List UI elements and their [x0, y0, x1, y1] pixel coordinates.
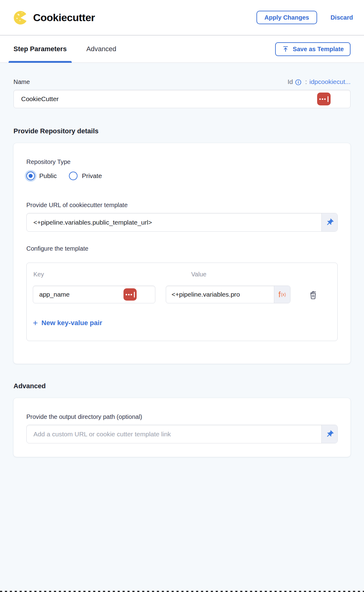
advanced-heading: Advanced — [13, 382, 351, 390]
template-url-label: Provide URL of cookiecutter template — [26, 202, 338, 209]
runtime-input-badge-icon[interactable] — [123, 288, 137, 301]
fx-icon: f — [279, 290, 281, 299]
pin-addon[interactable] — [321, 213, 337, 231]
pin-addon[interactable] — [321, 425, 337, 443]
key-input[interactable] — [33, 286, 155, 303]
tab-bar: Step Parameters Advanced Save as Templat… — [0, 36, 364, 63]
pushpin-icon — [325, 430, 334, 438]
save-as-template-label: Save as Template — [293, 46, 344, 53]
app-header: Cookiecutter Apply Changes Discard — [0, 0, 364, 36]
cookie-logo-icon — [13, 10, 28, 25]
discard-button[interactable]: Discard — [331, 14, 353, 21]
id-value-link[interactable]: idpcookiecut... — [309, 78, 351, 85]
template-url-input[interactable] — [27, 213, 321, 231]
runtime-input-badge-icon[interactable] — [317, 93, 331, 105]
name-input[interactable] — [14, 90, 350, 108]
id-label: Id — [287, 78, 293, 85]
key-column-header: Key — [33, 271, 44, 278]
new-key-value-pair-label: New key-value pair — [41, 319, 102, 327]
key-input-wrap — [33, 286, 155, 303]
name-input-wrap — [13, 90, 351, 108]
info-icon[interactable] — [295, 79, 301, 85]
page-title: Cookiecutter — [33, 12, 95, 24]
repository-details-card: Repository Type Public Private Provide U… — [13, 143, 351, 364]
advanced-card: Provide the output directory path (optio… — [13, 398, 351, 457]
radio-public[interactable] — [26, 172, 35, 180]
output-directory-input[interactable] — [27, 425, 321, 443]
name-label: Name — [13, 78, 30, 85]
radio-private[interactable] — [69, 172, 78, 180]
repository-type-label: Repository Type — [26, 158, 338, 165]
trash-icon — [308, 289, 318, 300]
key-value-row: f(x) — [33, 286, 331, 303]
upload-icon — [282, 45, 289, 53]
tab-advanced[interactable]: Advanced — [82, 36, 121, 63]
configure-template-label: Configure the template — [26, 245, 338, 252]
value-input[interactable] — [166, 286, 274, 303]
pushpin-icon — [325, 218, 334, 227]
new-key-value-pair-button[interactable]: + New key-value pair — [33, 319, 102, 327]
tab-step-parameters[interactable]: Step Parameters — [9, 36, 72, 63]
plus-icon: + — [33, 319, 38, 327]
id-separator: : — [305, 78, 307, 85]
delete-row-button[interactable] — [308, 288, 318, 301]
radio-public-label: Public — [39, 172, 57, 180]
repository-type-radio-group: Public Private — [26, 172, 338, 180]
output-directory-label: Provide the output directory path (optio… — [26, 413, 338, 420]
step-config-panel: Name Id : idpcookiecut... Provide Reposi… — [0, 63, 364, 457]
repository-details-heading: Provide Repository details — [13, 127, 351, 135]
output-directory-input-wrap — [26, 425, 338, 443]
save-as-template-button[interactable]: Save as Template — [275, 42, 351, 56]
template-url-input-wrap — [26, 213, 338, 232]
expression-fx-addon[interactable]: f(x) — [274, 286, 290, 303]
value-input-wrap: f(x) — [166, 286, 290, 303]
key-value-table: Key Value f(x) — [26, 263, 338, 341]
apply-changes-button[interactable]: Apply Changes — [256, 11, 317, 24]
radio-private-label: Private — [82, 172, 102, 180]
bottom-dashed-divider — [0, 591, 364, 592]
value-column-header: Value — [191, 271, 207, 278]
